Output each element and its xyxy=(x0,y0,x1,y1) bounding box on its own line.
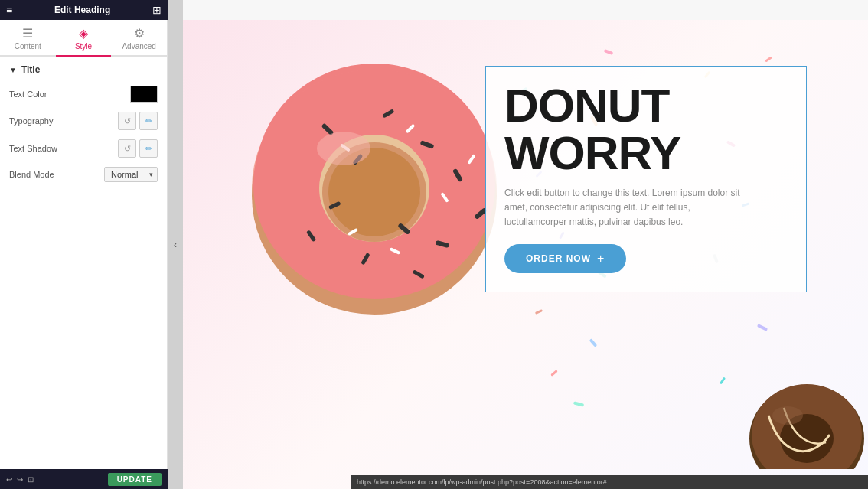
tabs-bar: ☰ Content ◈ Style ⚙ Advanced xyxy=(0,20,167,57)
tab-content[interactable]: ☰ Content xyxy=(0,20,56,55)
tab-advanced[interactable]: ⚙ Advanced xyxy=(111,20,167,55)
bottom-donut-image xyxy=(746,377,868,469)
sidebar-collapse-btn[interactable]: ‹ xyxy=(168,0,183,489)
tab-style[interactable]: ◈ Style xyxy=(56,20,112,57)
order-now-label: ORDER NOW xyxy=(526,253,591,264)
top-bar: ≡ Edit Heading ⊞ xyxy=(0,0,168,20)
blend-mode-select[interactable]: Normal Multiply Screen Overlay Darken Li… xyxy=(104,167,158,182)
redo-icon[interactable]: ↪ xyxy=(17,475,23,484)
bottom-bar-left: ↩ ↪ ⊡ xyxy=(6,475,34,484)
text-shadow-row: Text Shadow ↺ ✏ xyxy=(9,139,158,158)
heading-line1: DONUT xyxy=(504,82,788,129)
sprinkle-decoration xyxy=(604,49,614,55)
text-shadow-controls: ↺ ✏ xyxy=(118,139,158,158)
sprinkle-decoration xyxy=(757,324,768,331)
blend-mode-select-wrapper: Normal Multiply Screen Overlay Darken Li… xyxy=(104,167,158,182)
content-tab-label: Content xyxy=(15,42,41,51)
hamburger-icon[interactable]: ≡ xyxy=(6,4,12,16)
text-color-swatch[interactable] xyxy=(130,86,158,103)
style-tab-label: Style xyxy=(75,42,92,51)
url-text: https://demo.elementor.com/lp/wp-admin/p… xyxy=(357,478,607,486)
sprinkle-decoration xyxy=(720,377,726,385)
sprinkle-decoration xyxy=(589,338,598,347)
panel-title: Edit Heading xyxy=(54,5,110,15)
sprinkle-decoration xyxy=(535,309,543,315)
typography-controls: ↺ ✏ xyxy=(118,112,158,130)
sprinkle-decoration xyxy=(765,56,772,62)
typography-refresh-btn[interactable]: ↺ xyxy=(118,112,136,130)
heading-line2: WORRY xyxy=(504,129,788,177)
advanced-tab-icon: ⚙ xyxy=(134,26,145,41)
content-tab-icon: ☰ xyxy=(22,26,33,41)
blend-mode-label: Blend Mode xyxy=(9,170,54,179)
text-shadow-label: Text Shadow xyxy=(9,144,57,153)
responsive-icon[interactable]: ⊡ xyxy=(28,475,34,484)
history-icon[interactable]: ↩ xyxy=(6,475,12,484)
advanced-tab-label: Advanced xyxy=(122,42,155,51)
svg-point-32 xyxy=(772,406,803,425)
donut-image xyxy=(229,35,520,341)
update-button[interactable]: UPDATE xyxy=(108,473,162,486)
panel-content: ▼ Title Text Color Typography ↺ ✏ Text S… xyxy=(0,57,167,489)
text-shadow-refresh-btn[interactable]: ↺ xyxy=(118,139,136,158)
typography-edit-btn[interactable]: ✏ xyxy=(139,112,158,130)
canvas-background: DONUT WORRY Click edit button to change … xyxy=(183,20,868,489)
bottom-bar: ↩ ↪ ⊡ UPDATE xyxy=(0,469,168,489)
text-color-label: Text Color xyxy=(9,90,47,99)
sidebar: ≡ Edit Heading ⊞ ☰ Content ◈ Style ⚙ Adv… xyxy=(0,0,168,489)
main-canvas: DONUT WORRY Click edit button to change … xyxy=(183,0,868,489)
url-bar: https://demo.elementor.com/lp/wp-admin/p… xyxy=(351,475,868,489)
plus-icon: + xyxy=(597,252,605,266)
collapse-arrow-icon: ‹ xyxy=(174,240,177,250)
typography-row: Typography ↺ ✏ xyxy=(9,112,158,130)
svg-point-28 xyxy=(317,132,370,165)
title-section-header[interactable]: ▼ Title xyxy=(9,64,158,75)
order-now-button[interactable]: ORDER NOW + xyxy=(504,244,626,273)
style-tab-icon: ◈ xyxy=(79,26,88,41)
text-shadow-edit-btn[interactable]: ✏ xyxy=(139,139,158,158)
sprinkle-decoration xyxy=(573,401,585,406)
text-color-row: Text Color xyxy=(9,86,158,103)
heading: DONUT WORRY xyxy=(504,82,788,177)
sprinkle-decoration xyxy=(550,370,558,377)
grid-icon[interactable]: ⊞ xyxy=(152,4,162,16)
body-text: Click edit button to change this text. L… xyxy=(504,186,749,230)
bottom-icons: ↩ ↪ ⊡ xyxy=(6,475,34,484)
content-box: DONUT WORRY Click edit button to change … xyxy=(485,66,807,292)
blend-mode-row: Blend Mode Normal Multiply Screen Overla… xyxy=(9,167,158,182)
section-collapse-arrow: ▼ xyxy=(9,66,17,74)
section-title-label: Title xyxy=(21,64,40,75)
typography-label: Typography xyxy=(9,116,53,126)
